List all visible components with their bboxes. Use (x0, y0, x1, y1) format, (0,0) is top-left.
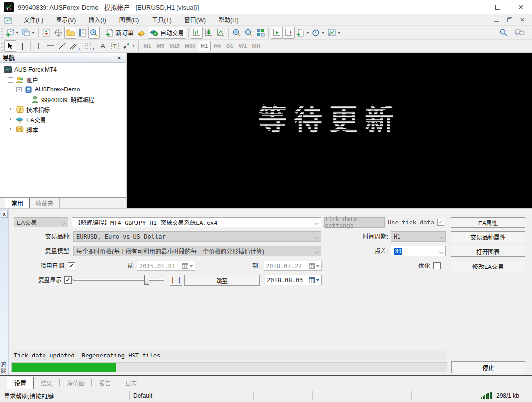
templates-button[interactable] (326, 27, 342, 39)
window-minimize-button[interactable] (464, 0, 487, 15)
market-watch-button[interactable] (41, 27, 52, 39)
tick-data-settings-button[interactable]: Tick data settings (324, 217, 385, 228)
statusbar-profile[interactable]: Default (130, 391, 195, 400)
chart-shift-button[interactable] (283, 27, 295, 39)
periods-button[interactable] (310, 27, 326, 39)
zoom-out-button[interactable] (243, 27, 255, 39)
channel-button[interactable]: E (68, 40, 83, 52)
expand-icon[interactable]: + (8, 127, 13, 132)
date-to-field[interactable]: 2018.07.22 (264, 261, 322, 271)
navigator-tab-favorites[interactable]: 收藏夹 (30, 198, 60, 208)
menu-charts[interactable]: 图表(C) (113, 15, 146, 26)
collapse-icon[interactable]: - (16, 87, 22, 92)
timeframe-h1-button[interactable]: H1 (198, 41, 211, 51)
chart-bars-button[interactable] (191, 27, 203, 39)
chat-button[interactable] (513, 27, 526, 39)
chart-candles-button[interactable] (203, 27, 215, 39)
period-combo[interactable]: H1 (391, 231, 446, 242)
tree-item-ea[interactable]: + EA交易 (0, 114, 126, 124)
horizontal-line-button[interactable] (44, 40, 56, 52)
cursor-button[interactable] (4, 40, 16, 52)
zoom-in-button[interactable] (231, 27, 243, 39)
profiles-button[interactable] (20, 27, 36, 39)
date-from-field[interactable]: 2015.01.01 (137, 261, 195, 271)
use-tick-data-checkbox[interactable]: ✓ (437, 219, 444, 226)
tree-item-accounts[interactable]: - 账户 (0, 75, 126, 85)
menu-file[interactable]: 文件(F) (17, 15, 49, 26)
strategy-tester-button[interactable] (88, 27, 100, 39)
jump-date-field[interactable]: 2018.08.03 (265, 275, 322, 285)
spread-combo[interactable]: 30 (391, 246, 446, 256)
ea-file-combo[interactable]: 【晓辉编程】MT4-GBPJPY-H1-突破交易系统EA.ex4 (72, 217, 321, 227)
autotrading-button[interactable]: 自动交易 (148, 27, 186, 39)
chart-area[interactable]: 等待更新 (127, 53, 532, 208)
window-maximize-button[interactable] (487, 0, 509, 15)
open-chart-button[interactable]: 打开图表 (451, 246, 525, 257)
autoscroll-button[interactable] (271, 27, 283, 39)
tile-windows-button[interactable] (255, 27, 266, 39)
tester-type-combo[interactable]: EA交易 (14, 217, 68, 227)
mdi-restore-button[interactable] (504, 16, 514, 24)
timeframe-m5-button[interactable]: M5 (154, 41, 167, 51)
symbol-combo[interactable]: EURUSD, Euro vs US Dollar (73, 231, 321, 242)
optimize-checkbox[interactable] (433, 262, 441, 269)
toolbar-grip[interactable] (1, 41, 3, 51)
timeframe-h4-button[interactable]: H4 (211, 41, 223, 51)
stop-button[interactable]: 停止 (451, 361, 525, 373)
new-order-button[interactable]: 新订单 (104, 27, 136, 39)
new-chart-button[interactable] (4, 27, 20, 39)
text-label-button[interactable]: T (109, 40, 121, 52)
timeframe-d1-button[interactable]: D1 (223, 41, 236, 51)
slider-thumb[interactable] (144, 275, 149, 285)
model-combo[interactable]: 每个即时价格(基于所有可利用的最小时段的每一个价格的分形插值计算) (73, 246, 321, 256)
trendline-button[interactable] (56, 40, 68, 52)
tester-tab-report[interactable]: 报告 (92, 377, 118, 389)
timeframe-m1-button[interactable]: M1 (141, 41, 154, 51)
arrows-button[interactable] (121, 40, 136, 52)
symbol-properties-button[interactable]: 交易品种属性 (451, 231, 525, 242)
vertical-line-button[interactable] (33, 40, 44, 52)
menu-window[interactable]: 窗口(W) (178, 15, 212, 26)
mdi-close-button[interactable]: ✕ (517, 16, 527, 24)
search-button[interactable] (497, 27, 509, 39)
use-date-checkbox[interactable]: ✓ (68, 262, 75, 269)
tree-item-account-login[interactable]: 99940839: 晓辉编程 (0, 94, 126, 104)
text-button[interactable]: A (97, 40, 109, 52)
timeframe-m15-button[interactable]: M15 (167, 41, 182, 51)
tree-item-server[interactable]: - AUSForex-Demo (0, 85, 126, 94)
tester-tab-journal[interactable]: 日志 (118, 377, 144, 389)
visual-speed-slider[interactable] (73, 275, 164, 285)
toolbar-grip[interactable] (1, 28, 3, 38)
timeframe-m30-button[interactable]: M30 (182, 41, 198, 51)
pause-button[interactable]: | | (170, 275, 182, 286)
menu-tools[interactable]: 工具(T) (145, 15, 177, 26)
tester-tab-results[interactable]: 结果 (34, 377, 59, 389)
menu-view[interactable]: 显示(V) (49, 15, 82, 26)
menu-insert[interactable]: 插入(I) (82, 15, 112, 26)
tester-tab-graph[interactable]: 净值图 (60, 377, 91, 389)
ea-properties-button[interactable]: EA属性 (451, 217, 525, 228)
tester-tab-settings[interactable]: 设置 (7, 377, 34, 389)
tester-close-button[interactable]: x (1, 211, 8, 218)
jump-to-button[interactable]: 跳至 (184, 275, 260, 286)
window-close-button[interactable]: ✕ (509, 0, 532, 15)
mdi-minimize-button[interactable] (491, 16, 501, 24)
tree-item-scripts[interactable]: + 脚本 (0, 124, 126, 134)
timeframe-mn-button[interactable]: MN (250, 41, 263, 51)
timeframe-w1-button[interactable]: W1 (236, 41, 250, 51)
fibonacci-button[interactable]: F (83, 40, 97, 52)
indicators-button[interactable] (295, 27, 310, 39)
navigator-button[interactable] (64, 27, 76, 39)
terminal-button[interactable] (76, 27, 88, 39)
expand-icon[interactable]: + (8, 117, 13, 122)
tree-item-indicators[interactable]: + f 技术指标 (0, 104, 126, 114)
visual-mode-checkbox[interactable]: ✓ (64, 276, 72, 284)
crosshair-button[interactable] (16, 40, 28, 52)
data-window-button[interactable] (52, 27, 64, 39)
collapse-icon[interactable]: - (8, 77, 13, 83)
navigator-close-button[interactable]: × (116, 55, 123, 61)
modify-ea-button[interactable]: 修改EA交易 (451, 261, 525, 271)
expand-icon[interactable]: + (8, 107, 13, 112)
metaeditor-button[interactable] (136, 27, 148, 39)
chart-line-button[interactable] (215, 27, 226, 39)
